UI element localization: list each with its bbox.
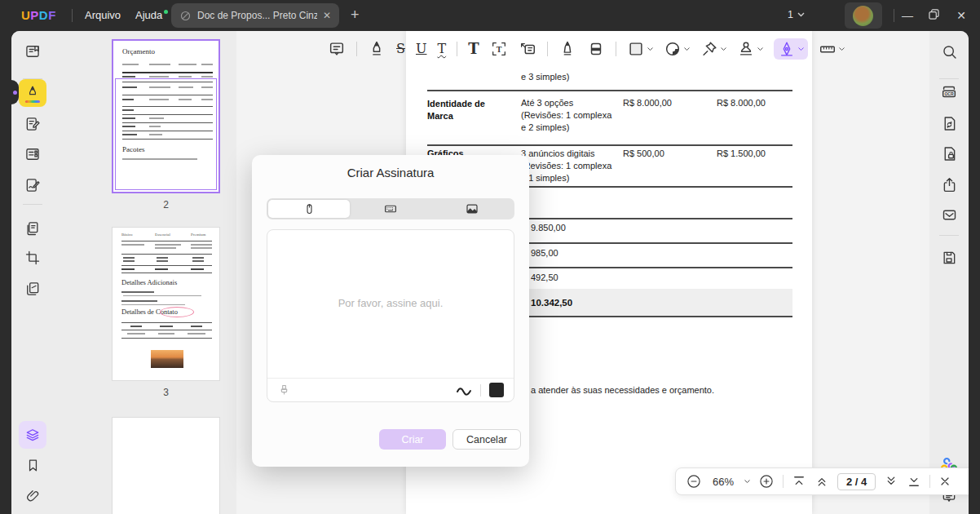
highlight-tool[interactable] (368, 38, 386, 60)
crop-icon[interactable] (19, 244, 46, 272)
doc-desc-line: (Revisões: 1 complexa (521, 110, 611, 120)
doc-subtotal-value: 9.850,00 (531, 223, 566, 233)
zoom-in-button[interactable] (758, 473, 775, 490)
app-window: Orçamento (11, 31, 969, 514)
thumb-col-header: Básico (121, 233, 133, 237)
tab-type-keyboard[interactable] (350, 200, 431, 218)
fill-sign-icon[interactable] (19, 171, 46, 199)
pin-tool[interactable] (700, 38, 726, 60)
squiggly-underline-tool[interactable]: T (437, 38, 446, 60)
ocr-icon[interactable]: OCR (935, 78, 963, 106)
right-sidebar: OCR (929, 31, 969, 514)
stamp-tool[interactable] (737, 38, 763, 60)
color-swatch[interactable] (489, 383, 504, 397)
divider (939, 235, 959, 236)
doc-discount-value: 492,50 (531, 273, 558, 282)
chevron-down-icon (757, 47, 763, 51)
eraser-tool[interactable] (587, 38, 605, 60)
divider (23, 204, 42, 205)
menu-ajuda[interactable]: Ajuda (135, 9, 168, 21)
thumb-title: Orçamento (122, 47, 155, 55)
create-button[interactable]: Criar (379, 429, 446, 450)
window-count-dropdown[interactable]: 1 (788, 9, 805, 20)
avatar (853, 6, 873, 26)
save-icon[interactable] (935, 244, 963, 272)
reader-mode-icon[interactable] (19, 38, 46, 65)
chevron-down-icon (647, 47, 653, 51)
close-pagination-icon[interactable] (938, 475, 951, 488)
close-button[interactable]: ✕ (952, 7, 970, 24)
minimize-button[interactable]: — (898, 7, 916, 24)
thumbnail-page-3-label: 3 (112, 387, 220, 398)
divider (72, 9, 73, 22)
share-icon[interactable] (935, 171, 963, 198)
doc-total: R$ 1.500,00 (717, 148, 766, 158)
edit-pdf-icon[interactable] (19, 110, 46, 138)
signature-tool[interactable] (774, 38, 808, 60)
search-icon[interactable] (935, 38, 963, 65)
forms-icon[interactable] (19, 140, 46, 168)
signature-pad[interactable]: Por favor, assine aqui. (267, 229, 514, 402)
divider (894, 9, 894, 22)
zoom-level[interactable]: 66% (710, 476, 736, 488)
callout-tool[interactable] (519, 38, 536, 60)
previous-page-button[interactable] (814, 474, 829, 489)
last-page-button[interactable] (907, 474, 921, 489)
signature-placeholder: Por favor, assine aqui. (267, 297, 514, 309)
thumbnail-page-4[interactable] (112, 417, 220, 514)
convert-file-icon[interactable] (935, 109, 963, 137)
updf-logo[interactable]: UPDF (21, 8, 56, 22)
underline-tool[interactable]: U (416, 38, 426, 60)
strikethrough-tool[interactable]: S (396, 38, 405, 60)
tab-draw-mouse[interactable] (268, 200, 350, 218)
stroke-style-icon[interactable] (456, 384, 472, 396)
tab-title: Doc de Propos... Preto Cinza* (197, 10, 317, 21)
notification-dot (164, 10, 168, 14)
doc-service-name: Identidade de Marca (427, 98, 509, 122)
comment-tool-icon[interactable] (19, 79, 46, 107)
doc-desc-line: e 2 simples) (521, 122, 569, 132)
sticker-tool[interactable] (664, 38, 690, 60)
pencil-tool[interactable] (558, 38, 576, 60)
protect-file-icon[interactable] (935, 140, 963, 167)
tab-upload-image[interactable] (431, 200, 513, 218)
viewport-indicator (115, 78, 217, 190)
thumbnail-page-3[interactable]: Básico Essencial Premium Detalhes Adicio… (112, 227, 220, 381)
shapes-tool[interactable] (627, 38, 653, 60)
create-signature-dialog: Criar Assinatura Por favor, assine aqui. (252, 155, 529, 467)
text-box-tool[interactable]: T (490, 38, 508, 60)
page-indicator[interactable]: 2 / 4 (837, 473, 876, 490)
measure-tool[interactable] (819, 38, 845, 60)
logo-letter: P (30, 8, 39, 22)
convert-icon[interactable] (19, 275, 46, 303)
zoom-dropdown-icon[interactable] (744, 480, 750, 484)
image-icon (465, 202, 479, 216)
chevron-down-icon (721, 47, 726, 51)
text-tool[interactable]: T (468, 38, 479, 60)
first-page-button[interactable] (792, 474, 806, 489)
document-tab[interactable]: Doc de Propos... Preto Cinza* ✕ (171, 3, 339, 28)
doc-total: R$ 8.000,00 (717, 98, 766, 108)
brush-icon[interactable] (277, 383, 291, 397)
zoom-out-button[interactable] (686, 473, 702, 490)
next-page-button[interactable] (884, 474, 898, 489)
menu-arquivo[interactable]: Arquivo (85, 9, 121, 21)
cancel-button[interactable]: Cancelar (452, 429, 521, 450)
bookmark-icon[interactable] (19, 451, 46, 479)
thumbnails-panel: Orçamento (54, 31, 236, 514)
restore-button[interactable] (925, 7, 942, 24)
organize-pages-icon[interactable] (19, 215, 46, 242)
tab-close-icon[interactable]: ✕ (323, 10, 331, 21)
dialog-title: Criar Assinatura (252, 166, 529, 179)
thumbnail-page-2[interactable]: Orçamento (112, 39, 220, 193)
collapse-panel-handle[interactable] (11, 80, 19, 104)
thumbnail-page-2-label: 2 (112, 199, 220, 210)
attachment-icon[interactable] (19, 482, 46, 510)
email-icon[interactable] (935, 201, 963, 228)
new-tab-button[interactable]: + (351, 7, 360, 24)
account-button[interactable] (845, 2, 882, 29)
sticky-note-tool[interactable] (328, 38, 346, 60)
tab-doc-icon (179, 10, 192, 22)
thumbnails-panel-icon[interactable] (19, 421, 46, 449)
pagination-bar: 66% 2 / 4 (675, 467, 969, 495)
